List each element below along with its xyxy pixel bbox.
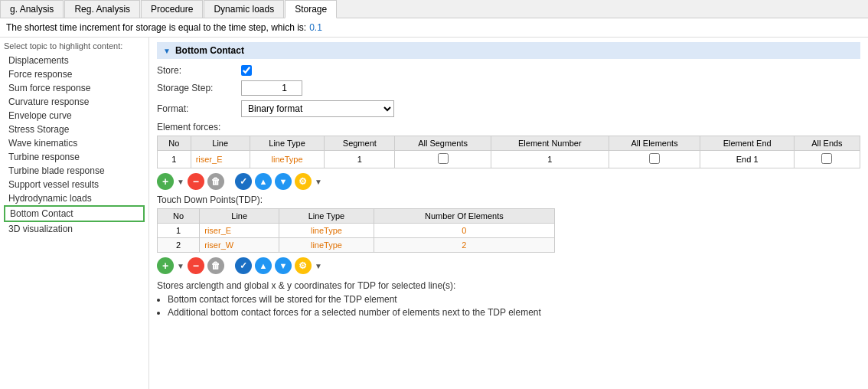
- sidebar-item-displacements[interactable]: Displacements: [4, 54, 145, 67]
- bullet1: Bottom contact forces will be stored for…: [168, 294, 860, 305]
- ef-remove-button[interactable]: −: [188, 173, 204, 190]
- tdp-col-linetype: Line Type: [279, 209, 374, 224]
- tdp-check-button[interactable]: ✓: [235, 257, 252, 274]
- ef-add-button[interactable]: +: [157, 173, 174, 190]
- format-row: Format: Binary format ASCII format: [157, 100, 860, 117]
- sidebar-item-curvature[interactable]: Curvature response: [4, 95, 145, 109]
- ef-col-segment: Segment: [325, 136, 395, 151]
- tdp-col-numelements: Number Of Elements: [374, 209, 554, 224]
- info-bar: The shortest time increment for storage …: [0, 18, 868, 38]
- notes-header: Stores arclength and global x & y coordi…: [157, 280, 860, 291]
- tdp-row2-no: 2: [158, 238, 200, 253]
- tdp-table: No Line Line Type Number Of Elements 1 r…: [157, 208, 555, 253]
- ef-col-allsegments: All Segments: [395, 136, 491, 151]
- tdp-remove-button[interactable]: −: [188, 257, 204, 274]
- ef-col-elementend: Element End: [700, 136, 795, 151]
- ef-col-no: No: [158, 136, 191, 151]
- section-title: Bottom Contact: [175, 45, 244, 56]
- tdp-row1-linetype: lineType: [279, 224, 374, 238]
- notes: Stores arclength and global x & y coordi…: [157, 280, 860, 318]
- tdp-row2-line: riser_W: [200, 238, 279, 253]
- table-row: 1 riser_E lineType 0: [158, 224, 555, 238]
- ef-allseg-checkbox[interactable]: [438, 153, 449, 164]
- sidebar-item-turbine[interactable]: Turbine response: [4, 150, 145, 164]
- ef-row1-allelements: [609, 151, 700, 168]
- tab-g-analysis[interactable]: g. Analysis: [0, 0, 64, 18]
- tab-reg-analysis[interactable]: Reg. Analysis: [64, 0, 140, 18]
- sidebar-item-stress[interactable]: Stress Storage: [4, 123, 145, 136]
- storage-step-row: Storage Step:: [157, 80, 860, 96]
- ef-row1-elementnumber: 1: [491, 151, 609, 168]
- ef-row1-linetype: lineType: [250, 151, 325, 168]
- ef-allelem-checkbox[interactable]: [649, 153, 660, 164]
- format-select[interactable]: Binary format ASCII format: [241, 100, 394, 117]
- sidebar-item-wave[interactable]: Wave kinematics: [4, 136, 145, 150]
- ef-up-button[interactable]: ▲: [255, 173, 272, 190]
- sidebar-item-envelope[interactable]: Envelope curve: [4, 109, 145, 123]
- tab-dynamic-loads[interactable]: Dynamic loads: [204, 0, 284, 18]
- store-row: Store:: [157, 65, 860, 76]
- info-value: 0.1: [309, 22, 322, 33]
- tdp-row2-numelements: 2: [374, 238, 554, 253]
- ef-col-allelements: All Elements: [609, 136, 700, 151]
- tdp-col-no: No: [158, 209, 200, 224]
- ef-row1-elementend: End 1: [700, 151, 795, 168]
- ef-add-dropdown[interactable]: ▼: [177, 178, 184, 186]
- tdp-up-button[interactable]: ▲: [255, 257, 272, 274]
- sidebar-item-turbine-blade[interactable]: Turbine blade response: [4, 164, 145, 178]
- tdp-add-button[interactable]: +: [157, 257, 174, 274]
- sidebar-item-support-vessel[interactable]: Support vessel results: [4, 178, 145, 191]
- tdp-row1-numelements: 0: [374, 224, 554, 238]
- content-area: ▼ Bottom Contact Store: Storage Step: Fo…: [149, 38, 868, 389]
- ef-down-button[interactable]: ▼: [275, 173, 292, 190]
- ef-col-line: Line: [191, 136, 250, 151]
- collapse-arrow[interactable]: ▼: [163, 47, 171, 55]
- section-header: ▼ Bottom Contact: [157, 42, 860, 59]
- table-row: 1 riser_E lineType 1 1 End 1: [158, 151, 860, 168]
- ef-row1-allends: [794, 151, 860, 168]
- tdp-row2-linetype: lineType: [279, 238, 374, 253]
- tdp-gear-button[interactable]: ⚙: [295, 257, 312, 274]
- tdp-down-button[interactable]: ▼: [275, 257, 292, 274]
- tdp-row1-no: 1: [158, 224, 200, 238]
- tdp-gear-dropdown[interactable]: ▼: [315, 262, 322, 270]
- storage-step-input[interactable]: [241, 80, 302, 96]
- sidebar-item-hydro-loads[interactable]: Hydrodynamic loads: [4, 191, 145, 205]
- sidebar-item-sum-force[interactable]: Sum force response: [4, 81, 145, 95]
- tab-storage[interactable]: Storage: [285, 0, 337, 18]
- tab-bar: g. Analysis Reg. Analysis Procedure Dyna…: [0, 0, 868, 18]
- info-text: The shortest time increment for storage …: [6, 22, 306, 33]
- sidebar: Select topic to highlight content: Displ…: [0, 38, 149, 389]
- ef-check-button[interactable]: ✓: [235, 173, 252, 190]
- store-checkbox[interactable]: [241, 65, 252, 76]
- ef-row1-allsegments: [395, 151, 491, 168]
- ef-col-linetype: Line Type: [250, 136, 325, 151]
- ef-col-element-number: Element Number: [491, 136, 609, 151]
- ef-col-allends: All Ends: [794, 136, 860, 151]
- sidebar-item-3d-viz[interactable]: 3D visualization: [4, 222, 145, 236]
- tdp-toolbar: + ▼ − 🗑 ✓ ▲ ▼ ⚙ ▼: [157, 257, 860, 274]
- element-forces-table: No Line Line Type Segment All Segments E…: [157, 136, 860, 168]
- element-forces-label: Element forces:: [157, 122, 860, 132]
- ef-gear-dropdown[interactable]: ▼: [315, 178, 322, 186]
- sidebar-label: Select topic to highlight content:: [4, 41, 145, 51]
- tab-procedure[interactable]: Procedure: [141, 0, 203, 18]
- tdp-label: Touch Down Points(TDP):: [157, 194, 860, 205]
- ef-allends-checkbox[interactable]: [821, 153, 832, 164]
- table-row: 2 riser_W lineType 2: [158, 238, 555, 253]
- format-label: Format:: [157, 103, 241, 114]
- sidebar-item-bottom-contact[interactable]: Bottom Contact: [4, 205, 145, 222]
- ef-row1-line: riser_E: [191, 151, 250, 168]
- tdp-col-line: Line: [200, 209, 279, 224]
- ef-row1-segment: 1: [325, 151, 395, 168]
- tdp-row1-line: riser_E: [200, 224, 279, 238]
- tdp-add-dropdown[interactable]: ▼: [177, 262, 184, 270]
- ef-delete-button[interactable]: 🗑: [207, 173, 224, 190]
- sidebar-item-force-response[interactable]: Force response: [4, 67, 145, 81]
- tdp-delete-button[interactable]: 🗑: [207, 257, 224, 274]
- ef-toolbar: + ▼ − 🗑 ✓ ▲ ▼ ⚙ ▼: [157, 173, 860, 190]
- ef-row1-no: 1: [158, 151, 191, 168]
- store-label: Store:: [157, 65, 241, 76]
- storage-step-label: Storage Step:: [157, 83, 241, 93]
- ef-gear-button[interactable]: ⚙: [295, 173, 312, 190]
